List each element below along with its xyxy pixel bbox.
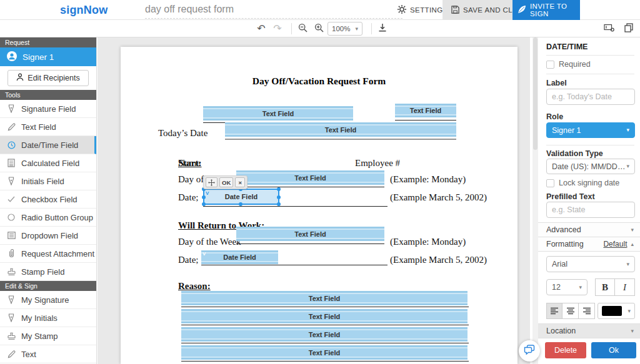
- redo-icon: ↷: [273, 24, 281, 34]
- scrollbar-thumb[interactable]: [533, 37, 538, 150]
- sidebar-item-text-field[interactable]: Text Field: [0, 118, 96, 136]
- date-label: Date;: [178, 255, 198, 265]
- signnow-editor: signNow day off request form SETTINGS SA…: [0, 0, 640, 364]
- ok-button[interactable]: Ok: [591, 342, 636, 358]
- italic-button[interactable]: I: [615, 278, 635, 296]
- sidebar-item-label: Text: [21, 350, 36, 359]
- font-size-select[interactable]: 12 ▾: [546, 279, 588, 295]
- required-checkbox[interactable]: [546, 61, 554, 69]
- required-checkbox-row[interactable]: Required: [546, 60, 591, 69]
- field-label: Date Field: [223, 253, 256, 261]
- prefilled-text-input[interactable]: [546, 202, 635, 218]
- zoom-level-select[interactable]: 100% ▾: [328, 22, 362, 36]
- field-label: Text Field: [309, 295, 341, 302]
- form-line: [181, 325, 469, 325]
- required-label: Required: [559, 60, 591, 69]
- text-field-day-of-week-1[interactable]: Text Field: [236, 170, 384, 185]
- sidebar-item-label: My Signature: [21, 295, 69, 305]
- formatting-accordion[interactable]: Formatting Default ▴: [538, 237, 640, 252]
- label-heading: Label: [546, 79, 567, 87]
- align-center-button[interactable]: [562, 303, 579, 319]
- font-family-select[interactable]: Arial ▾: [546, 256, 635, 272]
- validation-type-select[interactable]: Date (US): MM/DD/YY… ▾: [546, 159, 635, 174]
- resize-handle[interactable]: [277, 187, 281, 191]
- resize-handle[interactable]: [202, 195, 206, 199]
- align-left-button[interactable]: [546, 303, 562, 319]
- advanced-accordion[interactable]: Advanced ▾: [538, 222, 640, 237]
- form-line: [395, 120, 456, 121]
- text-field-reason-2[interactable]: Text Field: [181, 309, 468, 323]
- sidebar-item-label: Text Field: [21, 122, 56, 132]
- list-icon: [6, 232, 16, 239]
- role-value: Signer 1: [552, 126, 581, 135]
- checkmark-icon: [6, 196, 16, 202]
- sidebar-item-checkbox-field[interactable]: Checkbox Field: [0, 190, 96, 209]
- redo-button[interactable]: ↷: [270, 22, 285, 36]
- initials-nib-icon: [6, 313, 16, 322]
- todays-date-label: Today’s Date: [158, 128, 208, 139]
- role-heading: Role: [546, 112, 563, 121]
- sidebar-item-my-signature[interactable]: My Signature: [0, 291, 96, 309]
- location-label: Location: [546, 327, 576, 335]
- lock-signing-date-row[interactable]: Lock signing date: [546, 179, 619, 187]
- feather-icon: [518, 5, 526, 15]
- sidebar-item-signature-field[interactable]: Signature Field: [0, 100, 96, 118]
- zoom-out-button[interactable]: [295, 22, 310, 36]
- tools-sidebar: Request Signer 1 Edit Recipients Tools S…: [0, 37, 97, 364]
- lock-signing-date-checkbox[interactable]: [546, 179, 554, 187]
- resize-handle[interactable]: [277, 195, 281, 199]
- label-input[interactable]: [546, 89, 635, 105]
- bold-button[interactable]: B: [595, 278, 615, 296]
- invite-to-sign-label: INVITE TO SIGN: [530, 2, 575, 17]
- invite-to-sign-button[interactable]: INVITE TO SIGN: [512, 0, 580, 20]
- formatting-label: Formatting: [546, 240, 584, 248]
- text-field-reason-4[interactable]: Text Field: [181, 345, 468, 360]
- chat-button[interactable]: [519, 340, 540, 362]
- sidebar-item-stamp-field[interactable]: Stamp Field: [0, 263, 96, 281]
- sidebar-item-dropdown-field[interactable]: Dropdown Field: [0, 227, 96, 245]
- field-properties-button[interactable]: [601, 22, 616, 36]
- sidebar-item-calculated-field[interactable]: Calculated Field: [0, 154, 96, 172]
- zoom-out-icon: [298, 23, 308, 35]
- field-close-button[interactable]: ×: [235, 177, 245, 187]
- align-right-button[interactable]: [579, 303, 595, 319]
- chevron-down-icon: ▾: [579, 285, 582, 290]
- font-size-value: 12: [552, 283, 561, 292]
- text-field-name[interactable]: Text Field: [203, 106, 353, 121]
- download-button[interactable]: [375, 22, 390, 36]
- initials-nib-icon: [6, 177, 16, 185]
- date-field-selected[interactable]: V Date Field: [203, 189, 279, 205]
- font-color-select[interactable]: ▾: [598, 303, 635, 319]
- document-title-input[interactable]: day off request form: [145, 4, 402, 19]
- role-select[interactable]: Signer 1 ▾: [546, 122, 635, 138]
- text-field-employee[interactable]: Text Field: [395, 104, 456, 117]
- zoom-in-button[interactable]: [311, 22, 326, 36]
- move-handle[interactable]: [206, 177, 218, 187]
- sidebar-item-my-initials[interactable]: My Initials: [0, 309, 96, 327]
- sidebar-item-datetime-field[interactable]: Date/Time Field: [0, 136, 96, 154]
- sidebar-item-text[interactable]: Text: [0, 345, 96, 363]
- text-field-reason-1[interactable]: Text Field: [181, 291, 468, 305]
- text-field-todays-date[interactable]: Text Field: [225, 122, 456, 137]
- chevron-down-icon: ▾: [355, 26, 358, 32]
- sidebar-item-initials-field[interactable]: Initials Field: [0, 172, 96, 190]
- edit-recipients-button[interactable]: Edit Recipients: [8, 70, 89, 86]
- save-icon: [451, 6, 459, 15]
- chevron-down-icon: ▾: [626, 164, 629, 169]
- sidebar-item-signer1[interactable]: Signer 1: [0, 47, 96, 66]
- validation-type-value: Date (US): MM/DD/YY…: [552, 162, 626, 171]
- text-field-reason-3[interactable]: Text Field: [181, 327, 468, 342]
- formatting-default-link[interactable]: Default: [603, 240, 627, 248]
- undo-button[interactable]: ↶: [254, 22, 269, 36]
- clock-icon: [6, 141, 16, 149]
- sidebar-item-my-stamp[interactable]: My Stamp: [0, 327, 96, 345]
- date-field-2[interactable]: V Date Field: [201, 250, 278, 264]
- field-ok-button[interactable]: OK: [219, 177, 233, 187]
- panel-scrollbar[interactable]: [532, 37, 538, 364]
- text-field-day-of-week-2[interactable]: Text Field: [236, 227, 384, 241]
- pages-button[interactable]: [621, 22, 636, 36]
- location-accordion[interactable]: Location ▾: [538, 323, 640, 338]
- delete-button[interactable]: Delete: [545, 342, 586, 358]
- sidebar-item-request-attachment[interactable]: Request Attachment: [0, 245, 96, 263]
- sidebar-item-radio-button-group[interactable]: Radio Button Group: [0, 209, 96, 227]
